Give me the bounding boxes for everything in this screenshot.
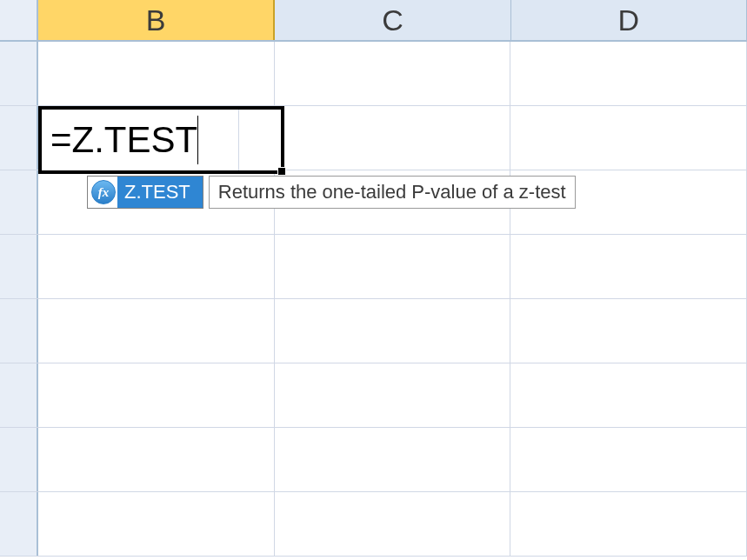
row-header[interactable] [0,428,38,491]
cell[interactable] [275,428,511,491]
column-header-b[interactable]: B [38,0,275,40]
active-cell-editor[interactable]: =Z.TEST [38,106,284,174]
row-header[interactable] [0,42,38,105]
cell[interactable] [510,428,747,491]
column-header-d[interactable]: D [511,0,747,40]
cell[interactable] [38,235,275,298]
function-name-label: Z.TEST [117,177,203,208]
cell[interactable] [510,235,747,298]
row-header[interactable] [0,299,38,363]
formula-autocomplete: fx Z.TEST Returns the one-tailed P-value… [87,176,576,209]
fill-handle[interactable] [277,167,286,176]
cell[interactable] [38,299,275,363]
cell[interactable] [510,492,747,556]
column-headers-row: B C D [0,0,747,42]
cell-divider [238,110,239,170]
fx-icon-glyph: fx [98,185,110,200]
cell[interactable] [510,106,747,170]
column-header-c[interactable]: C [275,0,510,40]
row [0,299,747,363]
text-cursor [197,116,198,164]
cell[interactable] [38,42,275,105]
row-header[interactable] [0,235,38,298]
cell[interactable] [38,492,275,556]
row [0,492,747,557]
cell[interactable] [275,492,511,556]
cell[interactable] [510,42,747,105]
function-suggestion-item[interactable]: fx Z.TEST [87,176,203,209]
row-header[interactable] [0,363,38,427]
row-header[interactable] [0,170,38,234]
fx-icon: fx [91,180,116,204]
row-header[interactable] [0,492,38,556]
row [0,363,747,428]
cell[interactable] [275,299,511,363]
cell[interactable] [275,235,511,298]
formula-input[interactable]: =Z.TEST [50,116,198,164]
function-description-tooltip: Returns the one-tailed P-value of a z-te… [209,176,576,209]
cell[interactable] [38,428,275,491]
row [0,428,747,492]
row [0,42,747,106]
formula-text: =Z.TEST [50,119,197,161]
cell[interactable] [510,299,747,363]
cell[interactable] [275,42,511,105]
cell[interactable] [510,363,747,427]
cell[interactable] [38,363,275,427]
spreadsheet-grid: B C D [0,0,747,560]
row [0,235,747,299]
row-header[interactable] [0,106,38,170]
cell[interactable] [275,106,511,170]
select-all-corner[interactable] [0,0,38,40]
cell[interactable] [275,363,511,427]
